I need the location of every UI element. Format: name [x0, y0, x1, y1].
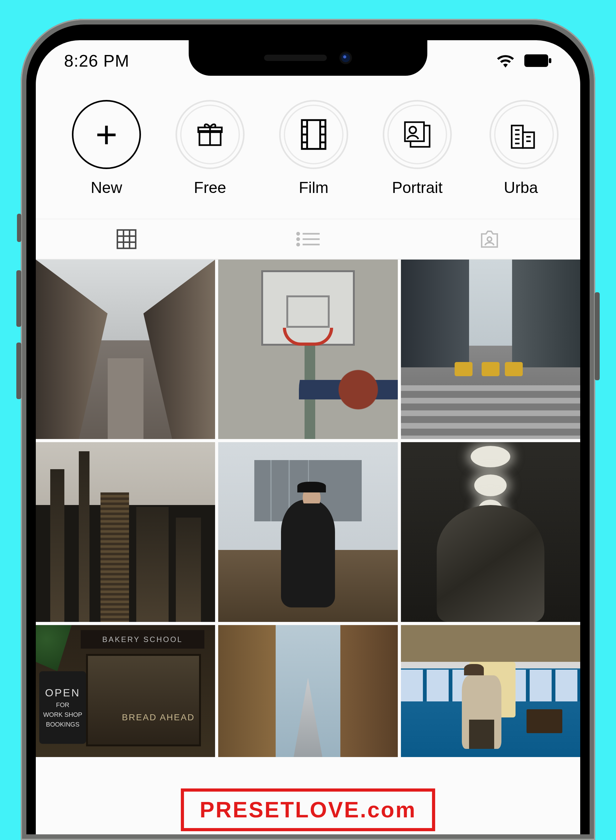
gift-icon[interactable] [176, 100, 245, 169]
bakery-window-text: BREAD AHEAD [122, 712, 195, 722]
highlight-label: New [91, 178, 122, 197]
tab-tagged[interactable] [399, 228, 580, 250]
view-tabs [36, 219, 580, 260]
highlight-label: Free [194, 178, 226, 197]
svg-point-15 [409, 127, 416, 133]
svg-point-29 [297, 232, 299, 235]
side-button [17, 214, 21, 242]
grid-icon [116, 228, 138, 250]
bakery-sign-line: WORK SHOP [43, 711, 82, 718]
front-camera [339, 51, 352, 64]
svg-point-33 [297, 244, 299, 246]
speaker [264, 55, 327, 61]
status-time: 8:26 PM [64, 51, 129, 71]
bakery-awning-text: BAKERY SCHOOL [81, 630, 204, 649]
photo-thumb[interactable] [401, 260, 580, 439]
svg-rect-17 [523, 132, 534, 148]
bakery-sign-open: OPEN [45, 687, 81, 699]
buildings-icon[interactable] [490, 100, 559, 169]
phone-bezel: 8:26 PM + New [26, 25, 590, 834]
highlight-label: Urba [504, 178, 538, 197]
svg-point-31 [297, 238, 299, 240]
svg-point-35 [487, 237, 492, 241]
highlight-free[interactable]: Free [158, 100, 262, 197]
photo-thumb[interactable] [218, 625, 397, 757]
list-icon [295, 230, 321, 249]
svg-rect-16 [512, 125, 523, 148]
highlight-portrait[interactable]: Portrait [365, 100, 469, 197]
photo-thumb[interactable] [36, 442, 215, 622]
side-button [16, 343, 21, 399]
photo-thumb[interactable]: BAKERY SCHOOL BREAD AHEAD OPEN FOR WORK … [36, 625, 215, 757]
highlight-label: Portrait [392, 178, 442, 197]
photo-thumb[interactable] [401, 625, 580, 757]
highlight-urban[interactable]: Urba [469, 100, 573, 197]
tagged-icon [478, 228, 501, 250]
photo-thumb[interactable] [218, 442, 397, 622]
svg-rect-0 [524, 54, 548, 67]
watermark: PRESETLOVE.com [181, 789, 435, 831]
phone-frame: 8:26 PM + New [21, 19, 595, 840]
film-icon[interactable] [279, 100, 348, 169]
portrait-icon[interactable] [383, 100, 452, 169]
wifi-icon [496, 54, 515, 68]
highlights-row[interactable]: + New Free [36, 81, 580, 206]
side-button [16, 270, 21, 327]
photo-thumb[interactable] [218, 260, 397, 439]
photo-grid [36, 260, 580, 622]
plus-icon[interactable]: + [72, 100, 141, 169]
bakery-sign-line: BOOKINGS [46, 721, 79, 728]
photo-grid: BAKERY SCHOOL BREAD AHEAD OPEN FOR WORK … [36, 625, 580, 757]
bakery-sign-line: FOR [56, 702, 69, 709]
svg-rect-1 [549, 58, 551, 63]
svg-rect-24 [117, 230, 136, 248]
highlight-film[interactable]: Film [262, 100, 365, 197]
screen: 8:26 PM + New [36, 40, 580, 834]
highlight-label: Film [299, 178, 329, 197]
notch [189, 40, 427, 76]
tab-grid[interactable] [36, 228, 217, 250]
side-button [595, 292, 600, 380]
photo-thumb[interactable] [36, 260, 215, 439]
photo-thumb[interactable] [401, 442, 580, 622]
tab-list[interactable] [217, 230, 399, 249]
battery-icon [524, 54, 552, 67]
highlight-new[interactable]: + New [55, 100, 158, 197]
